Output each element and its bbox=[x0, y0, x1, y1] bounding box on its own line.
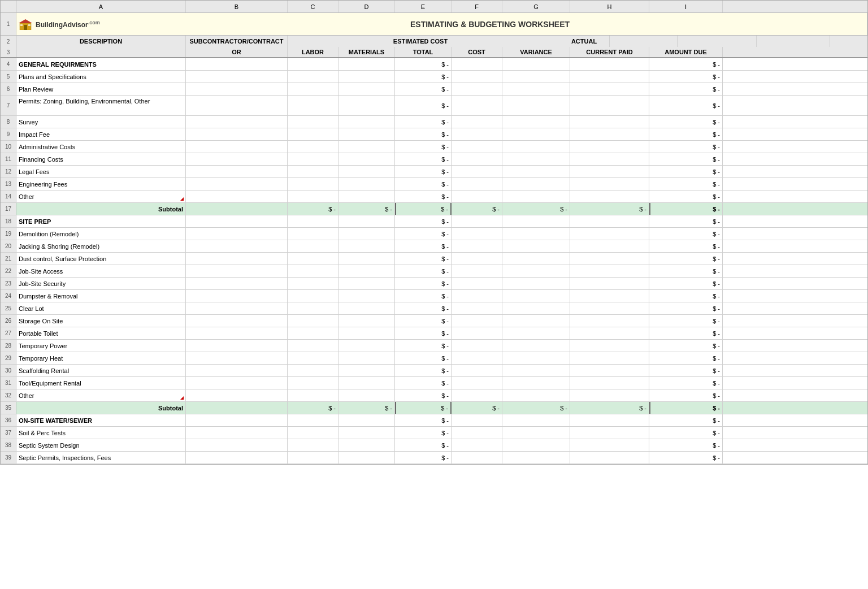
amount-due-cell[interactable]: $ - bbox=[649, 240, 723, 252]
description-cell[interactable]: Subtotal bbox=[16, 402, 186, 414]
total-cell[interactable]: $ - bbox=[395, 83, 452, 95]
total-cell[interactable]: $ - bbox=[395, 427, 452, 439]
variance-cell[interactable] bbox=[502, 253, 570, 265]
variance-cell[interactable] bbox=[502, 340, 570, 352]
description-cell[interactable]: Other bbox=[16, 190, 186, 202]
labor-cell[interactable] bbox=[288, 58, 338, 70]
labor-cell[interactable] bbox=[288, 253, 338, 265]
current-paid-cell[interactable] bbox=[570, 228, 649, 240]
actual-cost-cell[interactable] bbox=[452, 240, 502, 252]
variance-cell[interactable] bbox=[502, 83, 570, 95]
actual-cost-cell[interactable] bbox=[452, 327, 502, 339]
current-paid-cell[interactable] bbox=[570, 365, 649, 376]
variance-cell[interactable] bbox=[502, 377, 570, 389]
materials-cell[interactable] bbox=[338, 427, 395, 439]
current-paid-cell[interactable] bbox=[570, 128, 649, 140]
description-cell[interactable]: Survey bbox=[16, 116, 186, 128]
labor-cell[interactable] bbox=[288, 83, 338, 95]
materials-cell[interactable] bbox=[338, 389, 395, 401]
labor-cell[interactable] bbox=[288, 315, 338, 327]
subcontractor-cell[interactable] bbox=[186, 203, 288, 215]
description-cell[interactable]: Storage On Site bbox=[16, 315, 186, 327]
total-cell[interactable]: $ - bbox=[395, 58, 452, 70]
labor-cell[interactable] bbox=[288, 302, 338, 314]
subcontractor-cell[interactable] bbox=[186, 178, 288, 190]
total-cell[interactable]: $ - bbox=[395, 389, 452, 401]
amount-due-cell[interactable]: $ - bbox=[649, 377, 723, 389]
amount-due-cell[interactable]: $ - bbox=[649, 265, 723, 277]
variance-cell[interactable] bbox=[502, 389, 570, 401]
current-paid-cell[interactable] bbox=[570, 71, 649, 83]
materials-cell[interactable] bbox=[338, 128, 395, 140]
current-paid-cell[interactable] bbox=[570, 302, 649, 314]
subcontractor-cell[interactable] bbox=[186, 71, 288, 83]
subcontractor-cell[interactable] bbox=[186, 377, 288, 389]
variance-cell[interactable] bbox=[502, 166, 570, 177]
actual-cost-cell[interactable] bbox=[452, 278, 502, 289]
current-paid-cell[interactable]: $ - bbox=[570, 203, 649, 215]
actual-cost-cell[interactable] bbox=[452, 96, 502, 115]
total-cell[interactable]: $ - bbox=[395, 278, 452, 289]
total-cell[interactable]: $ - bbox=[395, 302, 452, 314]
actual-cost-cell[interactable] bbox=[452, 452, 502, 464]
description-cell[interactable]: Septic Permits, Inspections, Fees bbox=[16, 452, 186, 464]
materials-cell[interactable] bbox=[338, 71, 395, 83]
total-cell[interactable]: $ - bbox=[395, 327, 452, 339]
variance-cell[interactable] bbox=[502, 153, 570, 165]
description-cell[interactable]: Dumpster & Removal bbox=[16, 290, 186, 302]
labor-cell[interactable] bbox=[288, 228, 338, 240]
total-cell[interactable]: $ - bbox=[395, 228, 452, 240]
current-paid-cell[interactable] bbox=[570, 315, 649, 327]
description-cell[interactable]: Administrative Costs bbox=[16, 141, 186, 153]
subcontractor-cell[interactable] bbox=[186, 141, 288, 153]
labor-cell[interactable] bbox=[288, 153, 338, 165]
variance-cell[interactable] bbox=[502, 302, 570, 314]
amount-due-cell[interactable]: $ - bbox=[649, 215, 723, 227]
labor-cell[interactable] bbox=[288, 340, 338, 352]
variance-cell[interactable] bbox=[502, 215, 570, 227]
current-paid-cell[interactable] bbox=[570, 414, 649, 426]
amount-due-cell[interactable]: $ - bbox=[649, 365, 723, 376]
total-cell[interactable]: $ - bbox=[395, 352, 452, 364]
amount-due-cell[interactable]: $ - bbox=[649, 116, 723, 128]
description-cell[interactable]: Plan Review bbox=[16, 83, 186, 95]
current-paid-cell[interactable] bbox=[570, 240, 649, 252]
total-cell[interactable]: $ - bbox=[395, 340, 452, 352]
total-cell[interactable]: $ - bbox=[395, 128, 452, 140]
materials-cell[interactable] bbox=[338, 58, 395, 70]
subcontractor-cell[interactable] bbox=[186, 116, 288, 128]
actual-cost-cell[interactable] bbox=[452, 365, 502, 376]
labor-cell[interactable] bbox=[288, 414, 338, 426]
materials-cell[interactable] bbox=[338, 116, 395, 128]
description-cell[interactable]: Subtotal bbox=[16, 203, 186, 215]
materials-cell[interactable] bbox=[338, 340, 395, 352]
total-cell[interactable]: $ - bbox=[395, 153, 452, 165]
subcontractor-cell[interactable] bbox=[186, 365, 288, 376]
description-cell[interactable]: Impact Fee bbox=[16, 128, 186, 140]
current-paid-cell[interactable] bbox=[570, 116, 649, 128]
description-cell[interactable]: Clear Lot bbox=[16, 302, 186, 314]
amount-due-cell[interactable]: $ - bbox=[649, 290, 723, 302]
materials-cell[interactable] bbox=[338, 215, 395, 227]
materials-cell[interactable] bbox=[338, 265, 395, 277]
variance-cell[interactable] bbox=[502, 315, 570, 327]
description-cell[interactable]: Dust control, Surface Protection bbox=[16, 253, 186, 265]
subcontractor-cell[interactable] bbox=[186, 128, 288, 140]
total-cell[interactable]: $ - bbox=[395, 402, 452, 414]
variance-cell[interactable] bbox=[502, 71, 570, 83]
variance-cell[interactable] bbox=[502, 439, 570, 451]
actual-cost-cell[interactable] bbox=[452, 414, 502, 426]
labor-cell[interactable] bbox=[288, 240, 338, 252]
amount-due-cell[interactable]: $ - bbox=[649, 71, 723, 83]
current-paid-cell[interactable] bbox=[570, 215, 649, 227]
description-cell[interactable]: Demolition (Remodel) bbox=[16, 228, 186, 240]
description-cell[interactable]: Permits: Zoning, Building, Environmental… bbox=[16, 96, 186, 115]
materials-cell[interactable] bbox=[338, 83, 395, 95]
amount-due-cell[interactable]: $ - bbox=[649, 190, 723, 202]
materials-cell[interactable] bbox=[338, 290, 395, 302]
description-cell[interactable]: Plans and Specifications bbox=[16, 71, 186, 83]
total-cell[interactable]: $ - bbox=[395, 365, 452, 376]
total-cell[interactable]: $ - bbox=[395, 96, 452, 115]
subcontractor-cell[interactable] bbox=[186, 96, 288, 115]
actual-cost-cell[interactable] bbox=[452, 83, 502, 95]
